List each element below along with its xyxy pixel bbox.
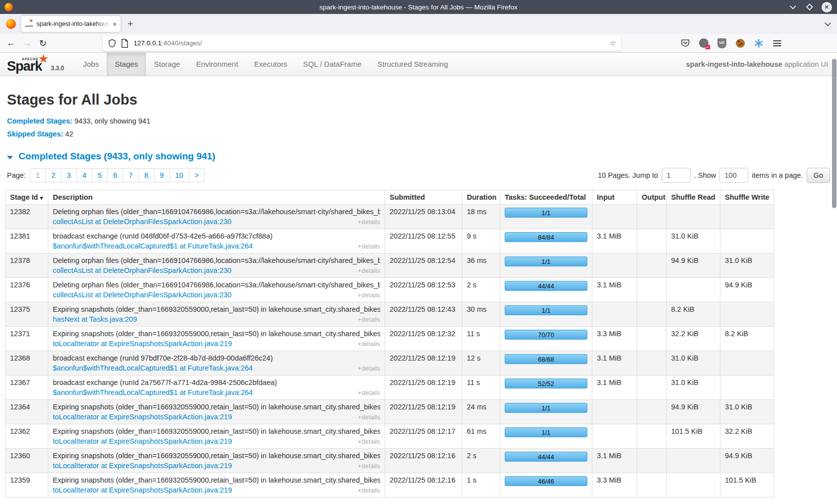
details-toggle[interactable]: +details [358, 218, 380, 226]
back-button[interactable]: ← [3, 38, 19, 48]
shuffle-write-cell: 32.2 KiB [720, 424, 774, 449]
page-button-2[interactable]: 2 [45, 168, 61, 182]
nav-item-jobs[interactable]: Jobs [75, 53, 107, 76]
details-toggle[interactable]: +details [358, 267, 380, 274]
header-input[interactable]: Input [592, 190, 637, 205]
submitted-cell: 2022/11/25 08:12:16 [385, 473, 462, 498]
nav-item-sql-dataframe[interactable]: SQL / DataFrame [295, 53, 370, 76]
go-button[interactable]: Go [807, 168, 830, 183]
cookie-extension-icon[interactable] [735, 38, 745, 48]
input-cell [592, 424, 637, 449]
firefox-icon[interactable] [6, 19, 16, 29]
stage-callsite-link[interactable]: $anonfun$withThreadLocalCaptured$1 at Fu… [53, 364, 253, 372]
stage-callsite-link[interactable]: collectAsList at DeleteOrphanFilesSparkA… [53, 266, 232, 274]
page-button-7[interactable]: 7 [123, 168, 139, 182]
url-bar[interactable]: 127.0.0.1:4040/stages/ ☆ [103, 36, 621, 51]
page-button-6[interactable]: 6 [107, 168, 123, 182]
tasks-cell: 84/84 [500, 229, 592, 253]
header-tasks[interactable]: Tasks: Succeeded/Total [500, 190, 592, 205]
header-shuffle-read[interactable]: Shuffle Read [667, 190, 720, 205]
items-per-page-input[interactable] [719, 168, 748, 183]
stage-description: broadcast exchange (runId 97bdf70e-2f28-… [53, 354, 380, 362]
tasks-progress-bar: 1/1 [505, 208, 587, 218]
details-toggle[interactable]: +details [358, 438, 380, 445]
table-row: 12360 Expiring snapshots (older_than=166… [5, 449, 774, 473]
jump-to-page-input[interactable] [662, 168, 691, 183]
tasks-progress-bar: 44/44 [505, 281, 587, 291]
pocket-icon[interactable] [680, 38, 690, 48]
scrollbar-thumb[interactable] [832, 59, 837, 208]
shuffle-read-cell [667, 278, 720, 302]
page-next-button[interactable]: > [189, 168, 205, 182]
tasks-cell: 44/44 [500, 449, 592, 473]
page-button-5[interactable]: 5 [92, 168, 108, 182]
close-button[interactable]: × [821, 1, 832, 12]
header-submitted[interactable]: Submitted [385, 190, 462, 205]
ublock-shield-icon[interactable]: UO [717, 38, 727, 48]
page-button-1[interactable]: 1 [30, 168, 46, 182]
details-toggle[interactable]: +details [358, 462, 380, 470]
new-tab-button[interactable]: + [128, 18, 133, 29]
extension-account-icon[interactable] [698, 38, 708, 48]
shuffle-write-cell [720, 376, 774, 400]
page-button-3[interactable]: 3 [61, 168, 77, 182]
skipped-stages-link[interactable]: Skipped Stages: [7, 130, 63, 138]
stage-callsite-link[interactable]: toLocalIterator at ExpireSnapshotsSparkA… [53, 413, 232, 421]
header-description[interactable]: Description [48, 190, 385, 205]
stage-callsite-link[interactable]: toLocalIterator at ExpireSnapshotsSparkA… [53, 486, 232, 494]
details-toggle[interactable]: +details [358, 291, 380, 299]
description-cell: broadcast exchange (runId 2a75677f-a771-… [48, 376, 385, 400]
details-toggle[interactable]: +details [358, 243, 380, 250]
completed-stages-link[interactable]: Completed Stages: [7, 117, 72, 125]
reload-button[interactable]: ↻ [35, 38, 51, 49]
stage-callsite-link[interactable]: hasNext at Tasks.java:209 [53, 315, 137, 323]
pagination-row: Page: 12345678910> 10 Pages. Jump to . S… [7, 168, 830, 183]
bookmark-star-icon[interactable]: ☆ [610, 39, 616, 48]
duration-cell: 61 ms [462, 424, 500, 449]
details-toggle[interactable]: +details [358, 316, 380, 323]
minimize-button[interactable] [787, 1, 798, 12]
spark-logo[interactable]: APACHE ★ Spark [7, 53, 48, 76]
output-cell [637, 302, 667, 327]
page-button-9[interactable]: 9 [154, 168, 170, 182]
page-button-10[interactable]: 10 [169, 168, 189, 182]
duration-cell: 11 s [462, 327, 500, 351]
stage-callsite-link[interactable]: toLocalIterator at ExpireSnapshotsSparkA… [53, 462, 232, 470]
nav-item-storage[interactable]: Storage [146, 53, 188, 76]
nav-item-structured-streaming[interactable]: Structured Streaming [370, 53, 456, 76]
stage-callsite-link[interactable]: collectAsList at DeleteOrphanFilesSparkA… [53, 218, 232, 226]
stage-callsite-link[interactable]: $anonfun$withThreadLocalCaptured$1 at Fu… [53, 388, 253, 396]
table-row: 12371 Expiring snapshots (older_than=166… [5, 327, 774, 351]
tab-close-icon[interactable]: × [113, 20, 117, 28]
list-tabs-chevron-icon[interactable] [825, 20, 831, 26]
submitted-cell: 2022/11/25 08:12:16 [385, 449, 462, 473]
header-stage-id[interactable]: Stage Id▾ [5, 190, 48, 205]
details-toggle[interactable]: +details [358, 365, 380, 372]
details-toggle[interactable]: +details [358, 487, 380, 494]
menu-hamburger-icon[interactable] [772, 38, 782, 48]
nav-item-executors[interactable]: Executors [246, 53, 295, 76]
spark-favicon-icon: ★spark [25, 20, 33, 28]
header-shuffle-write[interactable]: Shuffle Write [720, 190, 774, 205]
header-duration[interactable]: Duration [462, 190, 500, 205]
table-row: 12378 Deleting orphan files (older_than=… [5, 253, 774, 278]
details-toggle[interactable]: +details [358, 413, 380, 421]
completed-stages-section-header[interactable]: Completed Stages (9433, only showing 941… [7, 151, 837, 162]
nav-item-stages[interactable]: Stages [107, 53, 146, 76]
page-info-icon[interactable] [121, 39, 130, 48]
maximize-button[interactable] [804, 1, 815, 12]
stage-callsite-link[interactable]: toLocalIterator at ExpireSnapshotsSparkA… [53, 437, 232, 445]
asterisk-extension-icon[interactable] [754, 38, 764, 48]
stage-callsite-link[interactable]: collectAsList at DeleteOrphanFilesSparkA… [53, 291, 232, 299]
shield-icon[interactable] [108, 39, 117, 48]
browser-tab[interactable]: ★spark spark-ingest-into-lakehous × [21, 16, 121, 32]
nav-item-environment[interactable]: Environment [188, 53, 246, 76]
stage-callsite-link[interactable]: toLocalIterator at ExpireSnapshotsSparkA… [53, 340, 232, 348]
page-button-4[interactable]: 4 [76, 168, 92, 182]
stage-callsite-link[interactable]: $anonfun$withThreadLocalCaptured$1 at Fu… [53, 242, 253, 250]
description-cell: Expiring snapshots (older_than=166932055… [48, 400, 385, 424]
page-button-8[interactable]: 8 [138, 168, 154, 182]
header-output[interactable]: Output [637, 190, 667, 205]
details-toggle[interactable]: +details [358, 340, 380, 348]
details-toggle[interactable]: +details [358, 389, 380, 396]
